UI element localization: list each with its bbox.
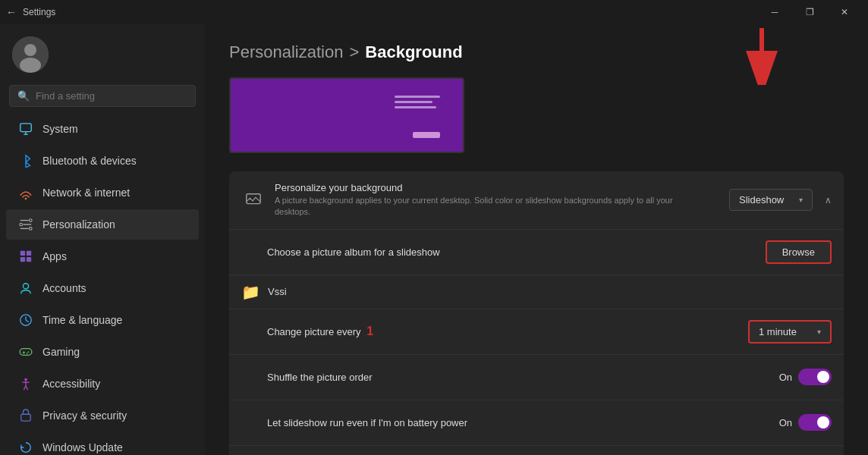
shuffle-label: Shuffle the picture order bbox=[267, 372, 779, 383]
apps-icon bbox=[18, 249, 33, 264]
personalize-dropdown-value: Slideshow bbox=[739, 194, 784, 206]
svg-rect-15 bbox=[20, 257, 25, 262]
choose-album-control[interactable]: Browse bbox=[766, 240, 832, 264]
change-picture-control[interactable]: 1 minute ▾ bbox=[748, 320, 832, 344]
choose-album-text: Choose a picture album for a slideshow bbox=[241, 246, 766, 258]
sidebar-item-apps[interactable]: Apps bbox=[6, 241, 199, 271]
sidebar-item-update[interactable]: Windows Update bbox=[6, 432, 199, 455]
sidebar-item-privacy[interactable]: Privacy & security bbox=[6, 400, 199, 431]
time-label: Time & language bbox=[42, 314, 122, 326]
battery-value: On bbox=[779, 417, 792, 428]
svg-rect-34 bbox=[247, 194, 260, 204]
svg-point-17 bbox=[23, 284, 28, 289]
sidebar-item-accounts[interactable]: Accounts bbox=[6, 273, 199, 303]
battery-label: Let slideshow run even if I'm on battery… bbox=[267, 417, 779, 428]
browse-button[interactable]: Browse bbox=[766, 240, 832, 264]
bluetooth-icon bbox=[18, 153, 33, 168]
svg-point-1 bbox=[24, 44, 36, 56]
search-input[interactable] bbox=[36, 90, 187, 102]
preview-lines bbox=[395, 96, 440, 108]
app-body: 🔍 System Bluetooth & devices Network & i… bbox=[0, 24, 868, 455]
shuffle-value: On bbox=[779, 372, 792, 383]
change-picture-badge: 1 bbox=[366, 325, 373, 337]
change-picture-dropdown[interactable]: 1 minute ▾ bbox=[748, 320, 832, 344]
sidebar-item-time[interactable]: Time & language bbox=[6, 305, 199, 335]
preview-line-2 bbox=[395, 101, 432, 103]
svg-line-29 bbox=[24, 386, 26, 390]
breadcrumb: Personalization > Background bbox=[229, 42, 844, 62]
personalize-text: Personalize your background A picture ba… bbox=[275, 182, 729, 218]
shuffle-text: Shuffle the picture order bbox=[241, 372, 779, 383]
folder-row: 📁 Vssi bbox=[229, 275, 844, 309]
breadcrumb-current: Background bbox=[365, 42, 462, 62]
choose-album-label: Choose a picture album for a slideshow bbox=[267, 246, 766, 258]
system-label: System bbox=[42, 123, 78, 135]
gaming-icon bbox=[18, 344, 33, 359]
personalization-label: Personalization bbox=[42, 218, 115, 231]
back-icon[interactable]: ← bbox=[6, 6, 17, 18]
svg-point-10 bbox=[30, 219, 33, 222]
choose-album-row: Choose a picture album for a slideshow B… bbox=[229, 230, 844, 275]
change-picture-label: Change picture every 1 bbox=[267, 325, 748, 338]
accounts-icon bbox=[18, 281, 33, 296]
search-icon: 🔍 bbox=[17, 90, 30, 102]
battery-control: On bbox=[779, 414, 832, 431]
battery-row: Let slideshow run even if I'm on battery… bbox=[229, 400, 844, 446]
collapse-icon[interactable]: ∧ bbox=[825, 195, 832, 206]
preview-button bbox=[413, 132, 440, 138]
titlebar-left: ← Settings bbox=[6, 6, 55, 18]
sidebar-item-accessibility[interactable]: Accessibility bbox=[6, 369, 199, 399]
background-preview bbox=[229, 77, 464, 153]
system-icon bbox=[18, 121, 33, 136]
titlebar-controls: ─ ❐ ✕ bbox=[757, 0, 862, 24]
accessibility-icon bbox=[18, 376, 33, 391]
search-box[interactable]: 🔍 bbox=[9, 85, 196, 107]
personalize-row: Personalize your background A picture ba… bbox=[229, 171, 844, 230]
personalize-control[interactable]: Slideshow ▾ ∧ bbox=[729, 189, 832, 211]
breadcrumb-parent[interactable]: Personalization bbox=[229, 42, 343, 62]
maximize-button[interactable]: ❐ bbox=[792, 0, 827, 24]
personalization-icon bbox=[18, 217, 33, 232]
sidebar-item-system[interactable]: System bbox=[6, 114, 199, 144]
personalize-label: Personalize your background bbox=[275, 182, 729, 193]
svg-rect-21 bbox=[20, 349, 32, 356]
shuffle-row: Shuffle the picture order On bbox=[229, 355, 844, 400]
shuffle-toggle[interactable] bbox=[798, 369, 832, 385]
battery-toggle[interactable] bbox=[798, 414, 832, 431]
svg-rect-16 bbox=[27, 257, 31, 262]
change-picture-arrow-icon: ▾ bbox=[817, 328, 821, 336]
network-label: Network & internet bbox=[42, 187, 130, 199]
svg-point-11 bbox=[20, 223, 23, 226]
privacy-icon bbox=[18, 408, 33, 423]
personalize-icon bbox=[241, 188, 266, 212]
apps-label: Apps bbox=[42, 250, 67, 262]
preview-line-3 bbox=[395, 106, 436, 108]
gaming-label: Gaming bbox=[42, 346, 80, 358]
svg-point-24 bbox=[28, 351, 30, 353]
change-picture-row: Change picture every 1 1 minute ▾ bbox=[229, 309, 844, 355]
svg-line-30 bbox=[26, 386, 28, 390]
sidebar-item-bluetooth[interactable]: Bluetooth & devices bbox=[6, 146, 199, 176]
titlebar: ← Settings ─ ❐ ✕ bbox=[0, 0, 868, 24]
sidebar-item-personalization[interactable]: Personalization bbox=[6, 209, 199, 240]
svg-rect-3 bbox=[20, 124, 31, 132]
breadcrumb-separator: > bbox=[349, 42, 359, 62]
personalize-dropdown[interactable]: Slideshow ▾ bbox=[729, 189, 813, 211]
svg-rect-14 bbox=[27, 251, 31, 256]
sidebar: 🔍 System Bluetooth & devices Network & i… bbox=[0, 24, 205, 455]
update-label: Windows Update bbox=[42, 441, 123, 453]
svg-point-25 bbox=[27, 353, 28, 354]
sidebar-item-gaming[interactable]: Gaming bbox=[6, 337, 199, 367]
dropdown-arrow-icon: ▾ bbox=[799, 196, 803, 204]
accounts-label: Accounts bbox=[42, 282, 86, 294]
sidebar-item-network[interactable]: Network & internet bbox=[6, 177, 199, 208]
close-button[interactable]: ✕ bbox=[827, 0, 862, 24]
change-picture-value: 1 minute bbox=[759, 326, 797, 337]
accessibility-label: Accessibility bbox=[42, 378, 100, 390]
change-picture-text: Change picture every 1 bbox=[241, 325, 748, 338]
minimize-button[interactable]: ─ bbox=[757, 0, 792, 24]
battery-text: Let slideshow run even if I'm on battery… bbox=[241, 417, 779, 428]
avatar-image bbox=[12, 36, 49, 73]
titlebar-title: Settings bbox=[23, 7, 55, 17]
fit-row: Choose a fit for your desktop image 2 Fi… bbox=[229, 446, 844, 455]
